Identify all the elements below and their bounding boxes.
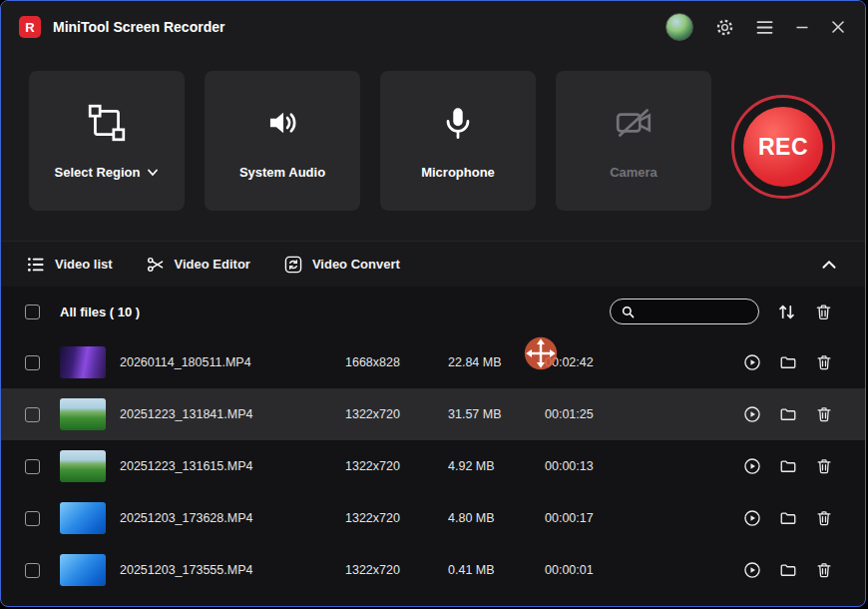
microphone-card[interactable]: Microphone xyxy=(380,71,536,211)
open-folder-button[interactable] xyxy=(779,457,797,475)
select-region-label: Select Region xyxy=(55,165,141,180)
file-duration: 00:00:01 xyxy=(545,563,664,577)
user-avatar[interactable] xyxy=(665,13,693,41)
play-button[interactable] xyxy=(743,509,761,527)
delete-button[interactable] xyxy=(815,353,833,371)
list-header-actions xyxy=(610,299,833,324)
file-resolution: 1322x720 xyxy=(345,563,448,577)
minimize-button[interactable] xyxy=(795,20,809,34)
camera-label: Camera xyxy=(610,165,657,180)
file-size: 31.57 MB xyxy=(448,407,545,421)
delete-button[interactable] xyxy=(815,561,833,579)
row-checkbox[interactable] xyxy=(25,355,40,370)
play-icon xyxy=(743,457,761,475)
delete-all-button[interactable] xyxy=(814,303,833,321)
file-duration: 00:00:13 xyxy=(545,459,664,473)
trash-icon xyxy=(815,457,833,475)
folder-icon xyxy=(779,405,797,423)
file-duration: 00:02:42 xyxy=(545,355,664,369)
row-checkbox[interactable] xyxy=(25,407,40,422)
play-button[interactable] xyxy=(743,405,761,423)
folder-icon xyxy=(779,561,797,579)
file-name: 20251203_173555.MP4 xyxy=(120,563,345,577)
open-folder-button[interactable] xyxy=(779,405,797,423)
file-size: 4.92 MB xyxy=(448,459,545,473)
list-header: All files ( 10 ) xyxy=(1,287,865,336)
camera-off-icon xyxy=(613,99,654,147)
row-actions xyxy=(743,509,833,527)
video-thumbnail xyxy=(60,346,106,378)
settings-button[interactable] xyxy=(715,18,734,37)
play-button[interactable] xyxy=(743,353,761,371)
record-button[interactable]: REC xyxy=(731,95,835,199)
tab-video-convert-label: Video Convert xyxy=(312,257,400,272)
collapse-panel-button[interactable] xyxy=(819,255,839,275)
file-size: 0.41 MB xyxy=(448,563,545,577)
video-thumbnail xyxy=(60,502,106,534)
tab-bar: Video list Video Editor Vid xyxy=(1,241,865,287)
tab-video-editor-label: Video Editor xyxy=(175,257,250,272)
title-bar: R MiniTool Screen Recorder xyxy=(1,1,865,53)
file-resolution: 1322x720 xyxy=(345,511,448,525)
play-button[interactable] xyxy=(743,561,761,579)
search-input[interactable] xyxy=(643,304,748,319)
table-row[interactable]: 20251203_173628.MP4 1322x720 4.80 MB 00:… xyxy=(1,492,865,544)
row-checkbox[interactable] xyxy=(25,563,40,578)
video-thumbnail xyxy=(60,450,106,482)
file-duration: 00:01:25 xyxy=(545,407,664,421)
video-list-panel: All files ( 10 ) xyxy=(1,287,865,599)
titlebar-controls xyxy=(665,13,845,41)
row-checkbox[interactable] xyxy=(25,511,40,526)
file-resolution: 1322x720 xyxy=(345,407,448,421)
trash-icon xyxy=(815,561,833,579)
table-row[interactable]: 20260114_180511.MP4 1668x828 22.84 MB 00… xyxy=(1,336,865,388)
system-audio-card[interactable]: System Audio xyxy=(205,71,360,211)
row-actions xyxy=(743,405,833,423)
open-folder-button[interactable] xyxy=(779,353,797,371)
trash-icon xyxy=(815,405,833,423)
row-actions xyxy=(743,457,833,475)
tab-video-editor[interactable]: Video Editor xyxy=(147,256,250,274)
tab-video-list[interactable]: Video list xyxy=(27,256,113,274)
camera-card[interactable]: Camera xyxy=(556,71,711,211)
select-all-checkbox[interactable] xyxy=(25,304,40,319)
row-checkbox[interactable] xyxy=(25,459,40,474)
close-button[interactable] xyxy=(831,20,845,34)
row-actions xyxy=(743,353,833,371)
table-row[interactable]: 20251223_131841.MP4 1322x720 31.57 MB 00… xyxy=(1,388,865,440)
open-folder-button[interactable] xyxy=(779,509,797,527)
delete-button[interactable] xyxy=(815,405,833,423)
speaker-icon xyxy=(261,99,303,147)
delete-button[interactable] xyxy=(815,509,833,527)
tab-video-convert[interactable]: Video Convert xyxy=(284,256,400,274)
sort-button[interactable] xyxy=(777,303,796,321)
play-icon xyxy=(743,405,761,423)
file-name: 20251203_173628.MP4 xyxy=(120,511,345,525)
hamburger-icon xyxy=(756,20,773,35)
play-icon xyxy=(743,561,761,579)
row-actions xyxy=(743,561,833,579)
system-audio-label: System Audio xyxy=(239,165,325,180)
play-button[interactable] xyxy=(743,457,761,475)
trash-icon xyxy=(815,509,833,527)
search-box[interactable] xyxy=(610,299,759,324)
menu-button[interactable] xyxy=(756,20,773,35)
trash-icon xyxy=(815,353,833,371)
table-row[interactable]: 20251223_131615.MP4 1322x720 4.92 MB 00:… xyxy=(1,440,865,492)
search-icon xyxy=(621,304,636,319)
folder-icon xyxy=(779,509,797,527)
select-region-card[interactable]: Select Region xyxy=(29,71,185,211)
trash-icon xyxy=(814,303,833,321)
tab-video-list-label: Video list xyxy=(55,257,113,272)
app-window: R MiniTool Screen Recorder xyxy=(0,0,866,607)
delete-button[interactable] xyxy=(815,457,833,475)
video-thumbnail xyxy=(60,398,106,430)
open-folder-button[interactable] xyxy=(779,561,797,579)
file-size: 4.80 MB xyxy=(448,511,545,525)
record-toolbar: Select Region System Audio xyxy=(1,53,865,241)
table-row[interactable]: 20251203_173555.MP4 1322x720 0.41 MB 00:… xyxy=(1,544,865,596)
video-list-icon xyxy=(27,256,45,274)
sort-icon xyxy=(777,303,796,321)
app-logo-icon: R xyxy=(19,16,41,38)
file-resolution: 1322x720 xyxy=(345,459,448,473)
